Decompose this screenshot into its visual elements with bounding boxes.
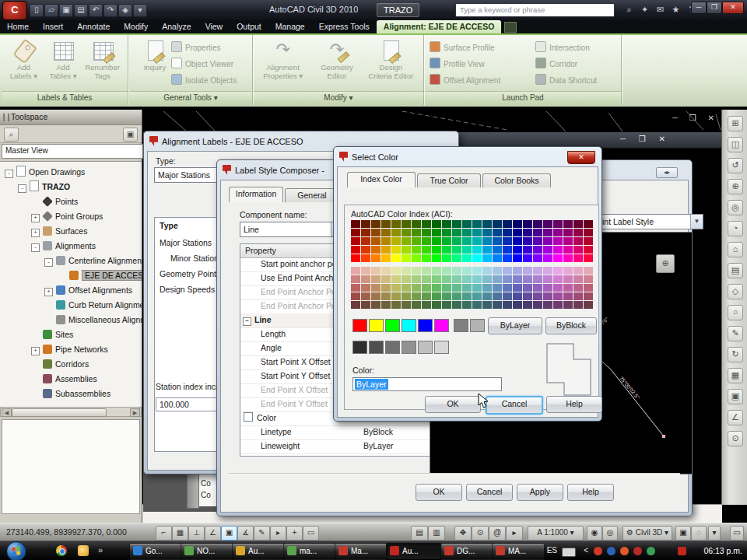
aci-swatch[interactable] (493, 284, 502, 292)
aci-swatch[interactable] (462, 220, 472, 228)
select-color-ok-button[interactable]: OK (425, 396, 481, 413)
aci-swatch[interactable] (442, 275, 451, 283)
aci-swatch[interactable] (361, 229, 370, 236)
aci-swatch[interactable] (452, 246, 461, 254)
aci-swatch[interactable] (351, 284, 360, 292)
ribbon-button-object-viewer[interactable]: Object Viewer (171, 58, 233, 70)
tray-collapse[interactable]: < (584, 546, 588, 555)
aci-swatch[interactable] (472, 229, 482, 236)
save-icon[interactable]: ▣ (59, 4, 73, 17)
aci-swatch[interactable] (543, 292, 552, 300)
ribbon-button-isolate-objects[interactable]: Isolate Objects (171, 74, 237, 86)
property-value[interactable]: ByBlock (363, 425, 393, 439)
aci-swatch[interactable] (513, 301, 522, 309)
gray-shades[interactable] (352, 341, 449, 354)
chrome-icon[interactable] (56, 545, 67, 556)
color-swatch[interactable] (470, 319, 485, 332)
taskbar-button-4[interactable]: Ma... (335, 543, 388, 560)
aci-swatch[interactable] (351, 229, 360, 236)
redo-icon[interactable]: ↷ (103, 4, 117, 17)
osnap-toggle[interactable]: ▣ (221, 526, 237, 541)
qp-toggle[interactable]: ▭ (303, 526, 319, 541)
taskbar-button-1[interactable]: NO... (181, 543, 233, 560)
aci-swatch[interactable] (381, 284, 391, 292)
isolate-status-icon[interactable]: ◌ (691, 526, 707, 541)
aci-swatch[interactable] (584, 254, 593, 262)
composer-apply-button[interactable]: Apply (517, 484, 563, 501)
aci-swatch[interactable] (563, 301, 573, 309)
aci-swatch[interactable] (563, 292, 573, 300)
aci-swatch[interactable] (563, 220, 573, 228)
toolspace-grip[interactable] (3, 114, 9, 121)
color-swatch[interactable] (434, 341, 449, 354)
aci-swatch[interactable] (402, 220, 411, 228)
aci-swatch[interactable] (513, 220, 522, 228)
close-icon[interactable]: ✕ (567, 151, 595, 164)
composer-tab-information[interactable]: Information (229, 187, 283, 202)
language-indicator[interactable]: ES (547, 546, 557, 555)
aci-swatch[interactable] (472, 275, 482, 283)
tree-item-point-groups[interactable]: +Point Groups (31, 209, 103, 224)
aci-swatch[interactable] (543, 254, 552, 262)
taskbar-button-6[interactable]: DG... (440, 543, 493, 560)
aci-swatch[interactable] (462, 267, 472, 275)
aci-swatch[interactable] (573, 220, 583, 228)
ribbon-tab-analyze[interactable]: Analyze (155, 20, 198, 33)
select-color-help-button[interactable]: Help (546, 396, 602, 413)
composer-help-button[interactable]: Help (567, 484, 614, 501)
aci-swatch[interactable] (361, 254, 370, 262)
aci-swatch[interactable] (523, 229, 532, 236)
aci-swatch[interactable] (513, 275, 522, 283)
aci-swatch[interactable] (533, 254, 542, 262)
standard-colors[interactable] (352, 319, 449, 332)
aci-swatch[interactable] (422, 220, 431, 228)
label-type-row[interactable]: Design Speeds (160, 285, 215, 294)
aci-swatch[interactable] (412, 267, 421, 275)
aci-swatch[interactable] (391, 246, 401, 254)
aci-swatch[interactable] (543, 301, 552, 309)
aci-swatch[interactable] (371, 237, 381, 245)
aci-swatch[interactable] (422, 275, 431, 283)
color-swatch[interactable] (352, 319, 367, 332)
aci-swatch[interactable] (381, 237, 391, 245)
ribbon-button-offset-alignment[interactable]: Offset Alignment (430, 74, 500, 86)
tray-icon-2[interactable] (620, 547, 629, 555)
tray-alert-icon[interactable] (678, 547, 686, 555)
tree-item-curb-return-alignments[interactable]: Curb Return Alignments (44, 298, 142, 313)
aci-swatch[interactable] (412, 229, 421, 236)
aci-swatch[interactable] (503, 301, 512, 309)
aci-swatch[interactable] (493, 275, 502, 283)
aci-swatch[interactable] (523, 292, 532, 300)
aci-swatch[interactable] (361, 301, 370, 309)
ribbon-button-alignment-properties[interactable]: ↷Alignment Properties ▾ (257, 37, 309, 80)
aci-swatch[interactable] (573, 237, 583, 245)
aci-swatch[interactable] (584, 229, 593, 236)
drawing-window-controls[interactable]: ─ ❐ ✕ (672, 114, 719, 122)
status-menu-arrow[interactable]: ▾ (708, 526, 721, 541)
color-swatch[interactable] (434, 319, 449, 332)
aci-swatch[interactable] (412, 246, 421, 254)
autocad-logo-button[interactable]: C (2, 1, 27, 20)
tree-item-sites[interactable]: Sites (31, 327, 73, 342)
aci-swatch[interactable] (381, 292, 391, 300)
toolspace-search-icon[interactable]: ⌕ (4, 128, 19, 142)
aci-swatch[interactable] (462, 254, 472, 262)
aci-swatch[interactable] (533, 301, 542, 309)
aci-palette-top[interactable] (351, 220, 593, 262)
aci-swatch[interactable] (371, 275, 381, 283)
aci-swatch[interactable] (422, 237, 431, 245)
ribbon-tab-view[interactable]: View (198, 20, 230, 33)
aci-swatch[interactable] (452, 267, 461, 275)
aci-swatch[interactable] (553, 220, 563, 228)
aci-swatch[interactable] (402, 246, 411, 254)
tree-item-points[interactable]: Points (31, 194, 78, 209)
new-file-icon[interactable]: ▯ (30, 4, 44, 17)
inner-window-controls[interactable]: ─ ❐ ✕ (620, 135, 671, 143)
aci-swatch[interactable] (573, 267, 583, 275)
aci-swatch[interactable] (584, 220, 593, 228)
aci-swatch[interactable] (391, 284, 401, 292)
aci-swatch[interactable] (472, 284, 482, 292)
aci-swatch[interactable] (543, 275, 552, 283)
aci-swatch[interactable] (432, 267, 441, 275)
nav-tool-icon[interactable]: ○ (728, 305, 743, 320)
